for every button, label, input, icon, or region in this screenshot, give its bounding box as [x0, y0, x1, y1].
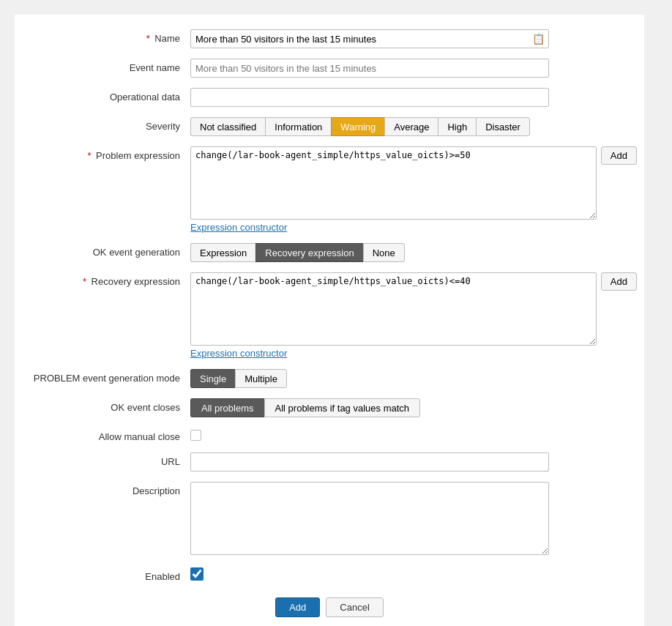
recovery-expression-row: * Recovery expression change(/lar-book-a…	[22, 272, 637, 359]
allow-manual-close-wrapper	[190, 428, 637, 441]
problem-expression-add-button[interactable]: Add	[601, 146, 637, 165]
operational-data-label: Operational data	[22, 88, 190, 103]
ok-event-button-group: Expression Recovery expression None	[190, 243, 637, 262]
recovery-expression-textarea[interactable]: change(/lar-book-agent_simple/https_valu…	[190, 272, 597, 346]
severity-warning[interactable]: Warning	[331, 117, 384, 136]
allow-manual-close-row: Allow manual close	[22, 428, 637, 442]
description-row: Description	[22, 482, 637, 557]
name-input[interactable]	[190, 29, 549, 48]
ok-event-none[interactable]: None	[363, 243, 405, 262]
gen-mode-single[interactable]: Single	[190, 369, 235, 388]
expression-constructor-link-wrapper: Expression constructor	[190, 220, 637, 233]
operational-data-input[interactable]	[190, 88, 549, 107]
url-input[interactable]	[190, 452, 549, 472]
operational-data-row: Operational data	[22, 88, 637, 107]
allow-manual-close-checkbox[interactable]	[190, 430, 201, 441]
ok-event-recovery-expression[interactable]: Recovery expression	[255, 243, 362, 262]
form-container: * Name 📋 Event name Operational data Sev	[15, 15, 644, 626]
severity-row: Severity Not classified Information Warn…	[22, 117, 637, 136]
ok-event-closes-label: OK event closes	[22, 398, 190, 413]
event-name-input[interactable]	[190, 59, 549, 78]
severity-button-group: Not classified Information Warning Avera…	[190, 117, 637, 136]
ok-event-generation-label: OK event generation	[22, 243, 190, 258]
gen-mode-multiple[interactable]: Multiple	[235, 369, 287, 388]
severity-high[interactable]: High	[438, 117, 476, 136]
problem-expression-textarea[interactable]: change(/lar-book-agent_simple/https_valu…	[190, 146, 597, 220]
submit-add-button[interactable]: Add	[275, 597, 320, 617]
recovery-expression-constructor-link-wrapper: Expression constructor	[190, 346, 637, 359]
recovery-expression-field-wrapper: change(/lar-book-agent_simple/https_valu…	[190, 272, 637, 359]
ok-event-closes-wrapper: All problems All problems if tag values …	[190, 398, 637, 417]
url-label: URL	[22, 452, 190, 467]
ok-closes-all-problems[interactable]: All problems	[190, 398, 264, 417]
ok-event-generation-row: OK event generation Expression Recovery …	[22, 243, 637, 262]
clipboard-icon: 📋	[532, 33, 545, 45]
url-row: URL	[22, 452, 637, 472]
enabled-row: Enabled	[22, 567, 637, 583]
event-name-label: Event name	[22, 59, 190, 73]
ok-event-closes-button-group: All problems All problems if tag values …	[190, 398, 637, 417]
severity-label: Severity	[22, 117, 190, 132]
problem-expression-row: * Problem expression change(/lar-book-ag…	[22, 146, 637, 233]
action-buttons: Add Cancel	[22, 597, 637, 617]
problem-gen-mode-button-group: Single Multiple	[190, 369, 637, 388]
severity-information[interactable]: Information	[265, 117, 331, 136]
recovery-expression-add-button[interactable]: Add	[601, 272, 637, 291]
ok-event-expression[interactable]: Expression	[190, 243, 255, 262]
allow-manual-close-label: Allow manual close	[22, 428, 190, 442]
name-field-wrapper: 📋	[190, 29, 637, 48]
problem-expression-field-wrapper: change(/lar-book-agent_simple/https_valu…	[190, 146, 637, 233]
problem-gen-mode-wrapper: Single Multiple	[190, 369, 637, 388]
ok-event-closes-row: OK event closes All problems All problem…	[22, 398, 637, 417]
enabled-wrapper	[190, 567, 637, 583]
problem-expression-constructor-link[interactable]: Expression constructor	[190, 222, 287, 233]
severity-not-classified[interactable]: Not classified	[190, 117, 265, 136]
event-name-row: Event name	[22, 59, 637, 78]
enabled-checkbox[interactable]	[190, 567, 204, 581]
enabled-label: Enabled	[22, 567, 190, 582]
problem-gen-mode-label: PROBLEM event generation mode	[22, 369, 190, 384]
severity-buttons-wrapper: Not classified Information Warning Avera…	[190, 117, 637, 136]
cancel-button[interactable]: Cancel	[326, 597, 383, 617]
recovery-expression-input-row: change(/lar-book-agent_simple/https_valu…	[190, 272, 637, 346]
problem-expression-label: * Problem expression	[22, 146, 190, 161]
ok-event-generation-wrapper: Expression Recovery expression None	[190, 243, 637, 262]
name-label: * Name	[22, 29, 190, 44]
name-input-wrapper: 📋	[190, 29, 549, 48]
recovery-expression-constructor-link[interactable]: Expression constructor	[190, 348, 287, 359]
severity-average[interactable]: Average	[384, 117, 438, 136]
url-field-wrapper	[190, 452, 637, 472]
operational-data-field-wrapper	[190, 88, 637, 107]
problem-gen-mode-row: PROBLEM event generation mode Single Mul…	[22, 369, 637, 388]
description-field-wrapper	[190, 482, 637, 557]
event-name-field-wrapper	[190, 59, 637, 78]
recovery-expression-label: * Recovery expression	[22, 272, 190, 287]
ok-closes-all-problems-tag[interactable]: All problems if tag values match	[264, 398, 421, 417]
severity-disaster[interactable]: Disaster	[476, 117, 530, 136]
name-row: * Name 📋	[22, 29, 637, 48]
description-textarea[interactable]	[190, 482, 549, 555]
description-label: Description	[22, 482, 190, 496]
problem-expression-input-row: change(/lar-book-agent_simple/https_valu…	[190, 146, 637, 220]
